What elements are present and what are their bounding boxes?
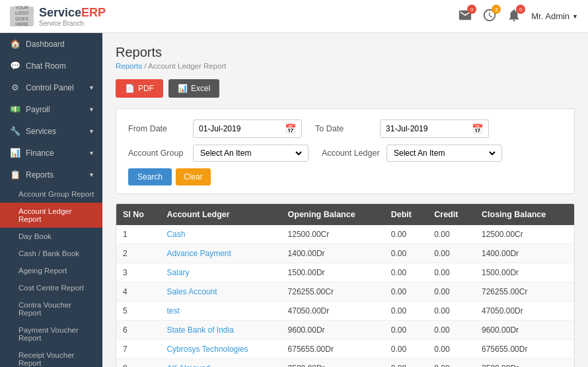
cell-sl: 5	[116, 302, 160, 321]
table-row: 7 Cybrosys Technologies 675655.00Dr 0.00…	[116, 340, 574, 359]
cell-sl: 8	[116, 359, 160, 368]
sidebar: 🏠 Dashboard 💬 Chat Room ⚙ Control Panel …	[0, 33, 102, 367]
cell-closing: 675655.00Dr	[475, 340, 574, 359]
ledger-link[interactable]: Sales Account	[166, 287, 217, 296]
ledger-table: Sl No Account Ledger Opening Balance Deb…	[116, 204, 574, 367]
ledger-link[interactable]: State Bank of India	[166, 325, 233, 335]
clock-badge: 3	[492, 5, 501, 14]
ledger-link[interactable]: test	[166, 306, 179, 316]
col-debit: Debit	[385, 204, 428, 225]
cell-opening: 9600.00Dr	[281, 321, 385, 340]
bell-badge: 0	[516, 5, 525, 14]
clock-icon-btn[interactable]: 3	[482, 8, 497, 24]
table-row: 8 AK Almoyed 2500.00Dr 0.00 0.00 2500.00…	[116, 359, 574, 368]
account-ledger-select-wrap[interactable]: Select An Item	[386, 145, 502, 162]
filter-buttons: Search Clear	[128, 168, 562, 185]
ledger-link[interactable]: Salary	[166, 268, 189, 277]
cell-credit: 0.00	[427, 225, 475, 244]
cell-credit: 0.00	[427, 340, 475, 359]
page-title: Reports	[116, 45, 575, 60]
chevron-down-icon: ▼	[89, 128, 94, 135]
cell-ledger: AK Almoyed	[160, 359, 281, 368]
from-date-calendar-icon[interactable]: 📅	[285, 123, 296, 134]
cell-debit: 0.00	[385, 302, 428, 321]
from-date-group: From Date 01-Jul-2019 📅	[128, 119, 302, 138]
cell-credit: 0.00	[427, 321, 475, 340]
cell-sl: 2	[116, 244, 160, 263]
sidebar-subitem-payment-voucher-report[interactable]: Payment Voucher Report	[0, 321, 102, 347]
to-date-label: To Date	[315, 124, 375, 133]
account-ledger-select[interactable]: Select An Item	[391, 148, 497, 158]
sidebar-item-finance[interactable]: 📊 Finance ▼	[0, 142, 102, 164]
table-row: 3 Salary 1500.00Dr 0.00 0.00 1500.00Dr	[116, 263, 574, 283]
user-menu[interactable]: Mr. Admin	[531, 11, 578, 21]
sidebar-subitem-account-ledger-report[interactable]: Account Ledger Report	[0, 203, 102, 228]
ledger-link[interactable]: Cash	[166, 230, 185, 239]
sidebar-subitem-account-group-report[interactable]: Account Group Report	[0, 185, 102, 203]
sidebar-subitem-receipt-voucher-report[interactable]: Receipt Voucher Report	[0, 347, 102, 367]
cell-credit: 0.00	[427, 244, 475, 263]
excel-button[interactable]: 📊 Excel	[168, 79, 219, 98]
to-date-input[interactable]: 31-Jul-2019 📅	[380, 119, 489, 138]
sidebar-subitem-cash-bank-book[interactable]: Cash / Bank Book	[0, 245, 102, 262]
table-row: 1 Cash 12500.00Cr 0.00 0.00 12500.00Cr	[116, 225, 574, 244]
sidebar-item-reports[interactable]: 📋 Reports ▼	[0, 164, 102, 185]
cell-opening: 1400.00Dr	[281, 244, 385, 263]
breadcrumb: Reports / Account Ledger Report	[116, 62, 575, 70]
bell-icon-btn[interactable]: 0	[507, 8, 521, 24]
pdf-button[interactable]: 📄 PDF	[116, 79, 163, 98]
account-group-select-wrap[interactable]: Select An Item	[193, 145, 309, 162]
cell-closing: 2500.00Dr	[475, 359, 574, 368]
cell-credit: 0.00	[427, 263, 475, 283]
cell-opening: 47050.00Dr	[281, 302, 385, 321]
sidebar-subitem-cost-centre-report[interactable]: Cost Centre Report	[0, 279, 102, 296]
header: YOUR LOGO GOES HERE ServiceERP Service B…	[0, 0, 588, 33]
col-opening-balance: Opening Balance	[281, 204, 385, 225]
cell-sl: 1	[116, 225, 160, 244]
services-icon: 🔧	[10, 126, 20, 136]
filter-row-1: From Date 01-Jul-2019 📅 To Date 31-Jul-2…	[128, 119, 562, 138]
excel-icon: 📊	[178, 84, 188, 93]
mail-badge: 0	[467, 5, 476, 14]
clear-button[interactable]: Clear	[176, 168, 211, 185]
breadcrumb-reports-link[interactable]: Reports	[116, 62, 142, 70]
sidebar-item-payroll[interactable]: 💵 Payroll ▼	[0, 98, 102, 120]
ledger-link[interactable]: AK Almoyed	[166, 364, 209, 367]
sidebar-subitem-ageing-report[interactable]: Ageing Report	[0, 262, 102, 279]
layout: 🏠 Dashboard 💬 Chat Room ⚙ Control Panel …	[0, 33, 588, 367]
sidebar-item-control-panel[interactable]: ⚙ Control Panel ▼	[0, 77, 102, 98]
mail-icon-btn[interactable]: 0	[458, 8, 472, 24]
sidebar-subitem-day-book[interactable]: Day Book	[0, 228, 102, 245]
sidebar-item-dashboard[interactable]: 🏠 Dashboard	[0, 33, 102, 55]
cell-closing: 1500.00Dr	[475, 263, 574, 283]
col-closing-balance: Closing Balance	[475, 204, 574, 225]
pdf-icon: 📄	[125, 84, 135, 93]
to-date-group: To Date 31-Jul-2019 📅	[315, 119, 489, 138]
from-date-input[interactable]: 01-Jul-2019 📅	[193, 119, 302, 138]
cell-debit: 0.00	[385, 225, 428, 244]
cell-ledger: test	[160, 302, 281, 321]
table-header-row: Sl No Account Ledger Opening Balance Deb…	[116, 204, 574, 225]
cell-ledger: Salary	[160, 263, 281, 283]
account-group-select[interactable]: Select An Item	[198, 148, 304, 158]
ledger-link[interactable]: Cybrosys Technologies	[166, 345, 248, 354]
sidebar-subitem-contra-voucher-report[interactable]: Contra Voucher Report	[0, 296, 102, 321]
cell-credit: 0.00	[427, 283, 475, 302]
cell-sl: 7	[116, 340, 160, 359]
account-group-group: Account Group Select An Item	[128, 145, 309, 162]
search-button[interactable]: Search	[128, 168, 172, 185]
sidebar-item-chat-room[interactable]: 💬 Chat Room	[0, 55, 102, 77]
header-right: 0 3 0 Mr. Admin	[458, 8, 578, 24]
filter-row-2: Account Group Select An Item Account Led…	[128, 145, 562, 162]
ledger-link[interactable]: Advance Payment	[166, 249, 231, 258]
chat-icon: 💬	[10, 61, 20, 71]
logo-box: YOUR LOGO GOES HERE	[10, 7, 34, 26]
sidebar-item-services[interactable]: 🔧 Services ▼	[0, 120, 102, 142]
to-date-calendar-icon[interactable]: 📅	[472, 123, 483, 134]
table-wrapper: Sl No Account Ledger Opening Balance Deb…	[116, 203, 575, 367]
reports-icon: 📋	[10, 170, 20, 180]
breadcrumb-current: Account Ledger Report	[148, 62, 226, 70]
control-panel-icon: ⚙	[10, 83, 20, 92]
col-account-ledger: Account Ledger	[160, 204, 281, 225]
from-date-value: 01-Jul-2019	[199, 124, 285, 133]
